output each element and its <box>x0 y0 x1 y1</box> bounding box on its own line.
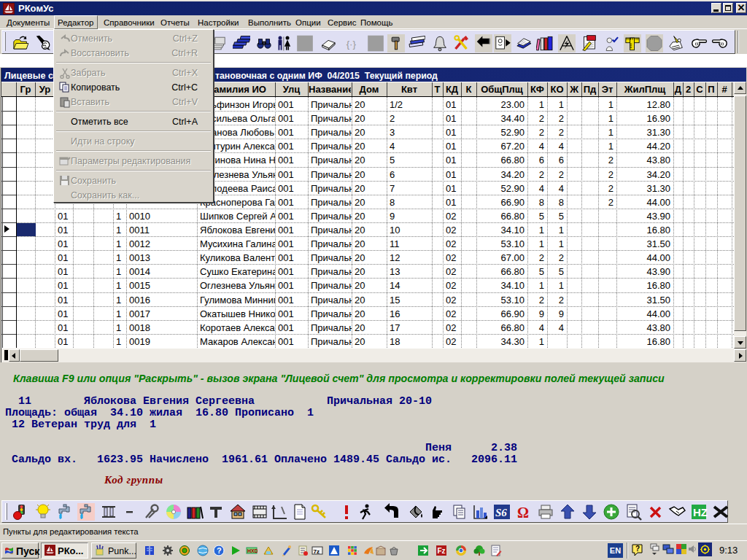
svg-text:?: ? <box>217 546 222 555</box>
svg-text:Ω: Ω <box>517 505 529 521</box>
svg-text:S6: S6 <box>495 507 507 518</box>
svg-text:?: ? <box>635 545 640 553</box>
svg-text:HXD: HXD <box>247 548 258 553</box>
svg-text:7z: 7z <box>314 548 320 555</box>
svg-text:Fz: Fz <box>438 547 446 555</box>
svg-text:HZ: HZ <box>693 506 708 518</box>
svg-text:{·}: {·} <box>347 39 357 50</box>
